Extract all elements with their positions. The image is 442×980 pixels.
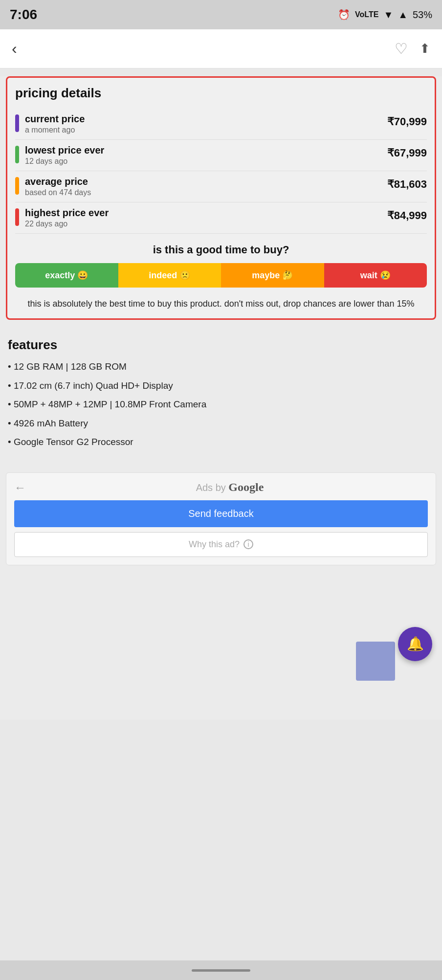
buy-description: this is absolutely the best time to buy …	[15, 297, 427, 311]
current-price-indicator	[15, 114, 19, 132]
buy-time-section: is this a good time to buy? exactly 😀 in…	[15, 244, 427, 311]
current-price-value: ₹70,999	[387, 115, 427, 128]
feature-item-1: • 12 GB RAM | 128 GB ROM	[8, 360, 434, 374]
status-icons: ⏰ VoLTE ▼ ▲ 53%	[338, 9, 432, 21]
feature-item-3: • 50MP + 48MP + 12MP | 10.8MP Front Came…	[8, 398, 434, 411]
features-title: features	[8, 337, 434, 353]
share-icon[interactable]: ⬆	[420, 41, 430, 56]
ads-nav-row: ← Ads by Google	[14, 481, 428, 494]
average-price-sublabel: based on 474 days	[25, 188, 91, 197]
wifi-icon: ▼	[383, 9, 393, 21]
pricing-title: pricing details	[15, 86, 427, 101]
features-section: features • 12 GB RAM | 128 GB ROM • 17.0…	[0, 328, 442, 465]
average-price-label: average price	[25, 176, 91, 187]
price-row-lowest: lowest price ever 12 days ago ₹67,999	[15, 140, 427, 171]
fab-bell-icon: 🔔	[407, 636, 424, 652]
highest-price-indicator	[15, 208, 19, 226]
status-bar: 7:06 ⏰ VoLTE ▼ ▲ 53%	[0, 0, 442, 29]
alarm-icon: ⏰	[338, 9, 350, 21]
buy-time-question: is this a good time to buy?	[15, 244, 427, 256]
pricing-card: pricing details current price a moment a…	[6, 76, 436, 320]
lowest-price-indicator	[15, 146, 19, 163]
ads-back-arrow[interactable]: ←	[14, 481, 26, 494]
fab-button[interactable]: 🔔	[398, 627, 432, 661]
buy-options: exactly 😀 indeed 🙁 maybe 🤔 wait 😢	[15, 263, 427, 288]
status-time: 7:06	[10, 7, 37, 22]
feature-item-5: • Google Tensor G2 Processor	[8, 436, 434, 449]
bottom-area: 🔔	[0, 573, 442, 720]
volte-icon: VoLTE	[355, 10, 378, 19]
nav-bar: ‹ ♡ ⬆	[0, 29, 442, 68]
lowest-price-sublabel: 12 days ago	[25, 157, 104, 166]
ads-by-google: Ads by Google	[32, 481, 428, 494]
buy-option-maybe[interactable]: maybe 🤔	[221, 263, 324, 288]
buy-option-indeed[interactable]: indeed 🙁	[118, 263, 221, 288]
highest-price-value: ₹84,999	[387, 209, 427, 222]
highest-price-label: highest price ever	[25, 207, 109, 219]
price-row-current: current price a moment ago ₹70,999	[15, 109, 427, 140]
favorite-icon[interactable]: ♡	[395, 40, 408, 57]
ads-section: ← Ads by Google Send feedback Why this a…	[6, 472, 436, 565]
highest-price-sublabel: 22 days ago	[25, 220, 109, 228]
average-price-indicator	[15, 177, 19, 195]
nav-actions: ♡ ⬆	[395, 40, 430, 57]
send-feedback-button[interactable]: Send feedback	[14, 500, 428, 527]
price-row-average: average price based on 474 days ₹81,603	[15, 171, 427, 202]
corner-thumbnail	[356, 642, 395, 681]
feature-item-4: • 4926 mAh Battery	[8, 417, 434, 430]
buy-option-wait[interactable]: wait 😢	[324, 263, 427, 288]
price-row-highest: highest price ever 22 days ago ₹84,999	[15, 202, 427, 234]
average-price-value: ₹81,603	[387, 178, 427, 191]
info-icon: i	[243, 539, 253, 549]
feature-item-2: • 17.02 cm (6.7 inch) Quad HD+ Display	[8, 379, 434, 393]
home-indicator	[192, 969, 250, 972]
buy-option-exactly[interactable]: exactly 😀	[15, 263, 118, 288]
battery-icon: 53%	[413, 9, 432, 21]
main-content: pricing details current price a moment a…	[0, 76, 442, 720]
home-bar	[0, 960, 442, 980]
current-price-label: current price	[25, 113, 85, 125]
back-button[interactable]: ‹	[12, 40, 17, 58]
lowest-price-label: lowest price ever	[25, 145, 104, 156]
lowest-price-value: ₹67,999	[387, 147, 427, 159]
current-price-sublabel: a moment ago	[25, 126, 85, 134]
signal-icon: ▲	[398, 9, 408, 21]
why-this-ad-button[interactable]: Why this ad? i	[14, 532, 428, 557]
